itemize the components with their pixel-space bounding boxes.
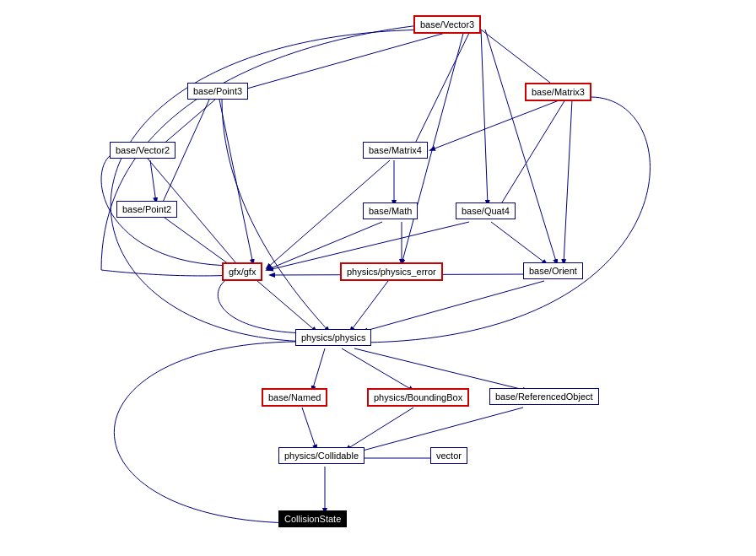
node-base-math[interactable]: base/Math xyxy=(363,202,418,219)
svg-line-26 xyxy=(346,408,413,450)
svg-line-23 xyxy=(342,348,413,391)
node-base-referencedobject[interactable]: base/ReferencedObject xyxy=(489,388,599,405)
svg-line-7 xyxy=(219,100,253,264)
svg-line-11 xyxy=(150,160,156,202)
node-physics-physics[interactable]: physics/physics xyxy=(295,329,371,346)
node-base-point2[interactable]: base/Point2 xyxy=(116,201,177,218)
node-gfx-gfx[interactable]: gfx/gfx xyxy=(222,262,262,281)
svg-line-8 xyxy=(430,100,561,150)
node-base-vector3[interactable]: base/Vector3 xyxy=(413,15,481,34)
svg-line-22 xyxy=(312,348,325,391)
node-base-point3[interactable]: base/Point3 xyxy=(187,83,248,100)
node-base-matrix4[interactable]: base/Matrix4 xyxy=(363,142,428,159)
node-base-orient[interactable]: base/Orient xyxy=(523,262,583,279)
svg-line-21 xyxy=(363,281,544,332)
node-physics-collidable[interactable]: physics/Collidable xyxy=(278,447,364,464)
node-base-matrix3[interactable]: base/Matrix3 xyxy=(525,83,591,101)
node-physics-physics-error[interactable]: physics/physics_error xyxy=(340,262,443,281)
svg-line-19 xyxy=(257,281,316,332)
svg-line-3 xyxy=(481,30,488,205)
svg-line-14 xyxy=(165,218,235,268)
node-collision-state[interactable]: CollisionState xyxy=(278,510,347,527)
node-physics-boundingbox[interactable]: physics/BoundingBox xyxy=(367,388,469,407)
node-base-vector2[interactable]: base/Vector2 xyxy=(110,142,176,159)
svg-line-25 xyxy=(302,408,316,450)
svg-line-2 xyxy=(412,30,471,150)
svg-line-9 xyxy=(498,100,565,209)
graph-container: base/Vector3 base/Point3 base/Matrix3 ba… xyxy=(0,0,756,556)
node-base-quat4[interactable]: base/Quat4 xyxy=(456,202,516,219)
svg-line-10 xyxy=(564,100,572,264)
svg-line-0 xyxy=(238,30,457,91)
svg-line-24 xyxy=(354,348,527,391)
svg-line-18 xyxy=(491,222,547,264)
svg-line-20 xyxy=(350,281,388,332)
node-vector[interactable]: vector xyxy=(430,447,467,464)
node-base-named[interactable]: base/Named xyxy=(262,388,327,407)
svg-line-4 xyxy=(485,30,557,264)
